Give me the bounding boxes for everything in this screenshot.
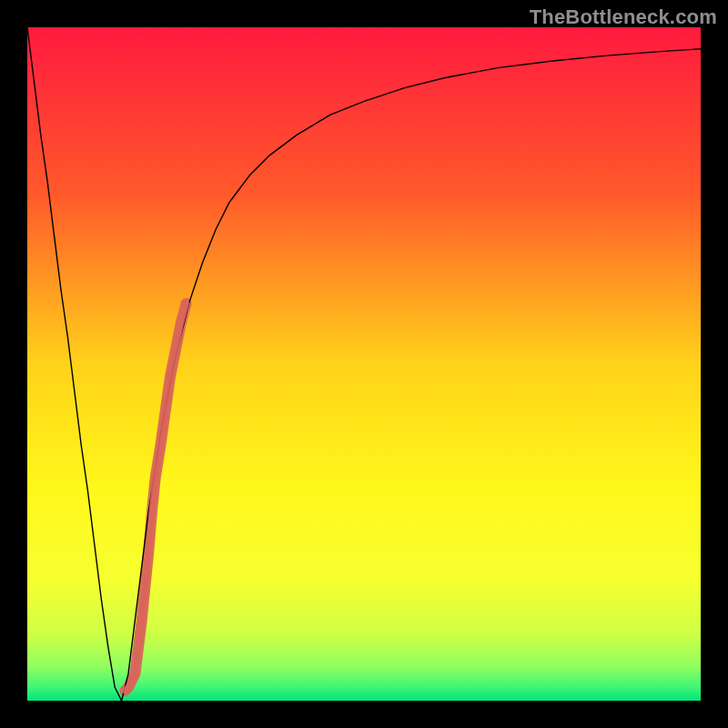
watermark-text: TheBottleneck.com [530, 5, 717, 29]
plot-area [27, 27, 701, 701]
bottleneck-curve [27, 27, 701, 701]
curve-layer [27, 27, 701, 701]
chart-frame: TheBottleneck.com [0, 0, 728, 728]
